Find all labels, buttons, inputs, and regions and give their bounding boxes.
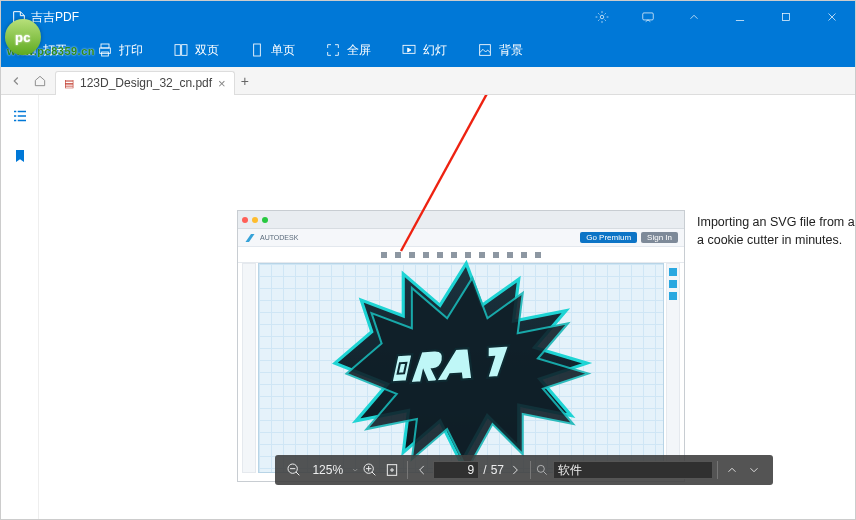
- document-tab[interactable]: ▤ 123D_Design_32_cn.pdf ×: [55, 71, 235, 95]
- settings-button[interactable]: [579, 1, 625, 33]
- tab-bar: ▤ 123D_Design_32_cn.pdf × +: [1, 67, 855, 95]
- sign-in-badge: Sign In: [641, 232, 678, 243]
- background-icon: [477, 42, 493, 58]
- tab-title: 123D_Design_32_cn.pdf: [80, 76, 212, 90]
- printer-icon: [97, 42, 113, 58]
- feedback-button[interactable]: [625, 1, 671, 33]
- maximize-button[interactable]: [763, 1, 809, 33]
- fit-page-button[interactable]: [381, 457, 403, 483]
- single-label: 单页: [271, 42, 295, 59]
- bookmark-button[interactable]: [9, 145, 31, 167]
- svg-rect-1: [643, 13, 654, 20]
- zoom-out-button[interactable]: [283, 457, 305, 483]
- page-input[interactable]: [433, 461, 479, 479]
- zoom-in-button[interactable]: [359, 457, 381, 483]
- embedded-screenshot: AUTODESK Go Premium Sign In: [237, 210, 685, 482]
- page-sep: /: [483, 463, 486, 477]
- dual-label: 双页: [195, 42, 219, 59]
- svg-rect-7: [182, 45, 187, 56]
- fullscreen-icon: [325, 42, 341, 58]
- slideshow-button[interactable]: 幻灯: [401, 42, 447, 59]
- title-bar: 吉吉PDF: [1, 1, 855, 33]
- go-premium-badge: Go Premium: [580, 232, 637, 243]
- back-button[interactable]: [7, 72, 25, 90]
- svg-rect-6: [175, 45, 180, 56]
- next-page-button[interactable]: [504, 457, 526, 483]
- autodesk-icon: [244, 232, 256, 244]
- svg-rect-10: [480, 45, 491, 56]
- print-button[interactable]: 打印: [97, 42, 143, 59]
- fullscreen-button[interactable]: 全屏: [325, 42, 371, 59]
- document-body-text: Importing an SVG file from a comic a coo…: [697, 213, 855, 249]
- main-toolbar: 打开 打印 双页 单页 全屏 幻灯 背景: [1, 33, 855, 67]
- dual-page-button[interactable]: 双页: [173, 42, 219, 59]
- tab-close-icon[interactable]: ×: [218, 76, 226, 91]
- print-label: 打印: [119, 42, 143, 59]
- app-title: 吉吉PDF: [31, 9, 79, 26]
- comic-burst-model: [298, 247, 624, 472]
- dual-page-icon: [173, 42, 189, 58]
- single-page-icon: [249, 42, 265, 58]
- find-next-button[interactable]: [743, 457, 765, 483]
- svg-point-17: [537, 465, 544, 472]
- chevron-down-icon[interactable]: [351, 465, 359, 475]
- svg-point-0: [600, 15, 604, 19]
- page-indicator: /57: [433, 461, 504, 479]
- svg-rect-3: [101, 44, 109, 48]
- svg-rect-8: [254, 44, 261, 56]
- slideshow-label: 幻灯: [423, 42, 447, 59]
- new-tab-button[interactable]: +: [241, 73, 249, 89]
- single-page-button[interactable]: 单页: [249, 42, 295, 59]
- watermark-badge-icon: pc: [5, 19, 41, 55]
- svg-rect-5: [102, 52, 109, 56]
- home-button[interactable]: [31, 72, 49, 90]
- outline-button[interactable]: [9, 105, 31, 127]
- slideshow-icon: [401, 42, 417, 58]
- pdf-file-icon: ▤: [64, 77, 74, 90]
- page-viewport: AUTODESK Go Premium Sign In: [39, 95, 855, 519]
- background-label: 背景: [499, 42, 523, 59]
- fullscreen-label: 全屏: [347, 42, 371, 59]
- close-button[interactable]: [809, 1, 855, 33]
- find-prev-button[interactable]: [721, 457, 743, 483]
- search-icon: [535, 463, 549, 477]
- site-watermark: pc www.pc8359.cn: [7, 45, 95, 57]
- minimize-button[interactable]: [717, 1, 763, 33]
- embedded-brand: AUTODESK: [260, 234, 298, 241]
- side-panel: [1, 95, 39, 519]
- search-input[interactable]: [553, 461, 713, 479]
- svg-rect-2: [783, 14, 790, 21]
- background-button[interactable]: 背景: [477, 42, 523, 59]
- prev-page-button[interactable]: [412, 457, 434, 483]
- zoom-value[interactable]: 125%: [305, 463, 351, 477]
- page-total: 57: [491, 463, 504, 477]
- collapse-button[interactable]: [671, 1, 717, 33]
- viewer-status-bar: 125% /57: [275, 455, 773, 485]
